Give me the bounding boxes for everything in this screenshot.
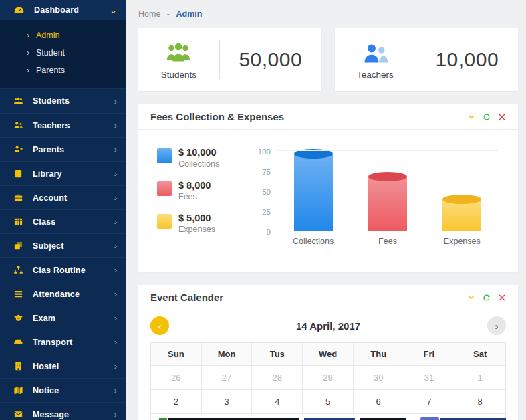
sidebar-item-dashboard[interactable]: Dashboard ⌄: [0, 0, 126, 20]
submenu-item-student[interactable]: › Student: [0, 44, 126, 62]
calendar-day-cell[interactable]: 1: [454, 366, 505, 390]
calendar-day-cell[interactable]: 28: [252, 366, 303, 390]
sidebar-item-message[interactable]: Message ›: [0, 402, 126, 420]
routine-icon: [13, 265, 23, 275]
chevron-right-icon: ›: [114, 96, 117, 106]
legend-amount: $ 5,000: [178, 213, 215, 223]
sidebar-item-label: Library: [33, 169, 114, 179]
bar-slot: [350, 151, 424, 231]
sidebar-item-transport[interactable]: Transport ›: [0, 330, 126, 354]
chevron-right-icon: ›: [114, 241, 117, 251]
panel-title: Event Calender: [150, 292, 467, 303]
calendar-day-cell[interactable]: 8: [454, 390, 505, 414]
x-axis-label: Fees: [350, 237, 424, 246]
attendance-icon: [13, 289, 23, 299]
chart-gridline: [276, 150, 499, 151]
chart-legend: $ 10,000 Collections $ 8,000 Fees $ 5,00…: [150, 140, 249, 272]
chevron-down-icon: ⌄: [110, 5, 117, 15]
calendar-current-date: 14 April, 2017: [169, 320, 487, 332]
calendar-day-cell[interactable]: 26: [151, 366, 202, 390]
sidebar-item-parents[interactable]: Parents ›: [0, 137, 126, 161]
calendar-day-cell[interactable]: 30: [354, 366, 404, 390]
chevron-right-icon: ›: [114, 385, 117, 395]
calendar-next-button[interactable]: ›: [487, 316, 506, 335]
calendar-day-cell[interactable]: 7: [404, 390, 455, 414]
exam-icon: [13, 313, 23, 323]
bar-fees: [368, 177, 407, 231]
chart-gridline: [276, 171, 499, 171]
admin-dashboard: Dashboard ⌄ › Admin › Student › Parents …: [0, 0, 526, 420]
sidebar-item-label: Subject: [33, 241, 114, 251]
y-axis-tick-label: 25: [251, 208, 271, 216]
message-icon: [13, 409, 23, 419]
sidebar-item-label: Attendance: [33, 290, 114, 299]
teachers-group-icon: [360, 40, 390, 67]
day-header-tus: Tus: [252, 343, 303, 366]
chevron-right-icon: ›: [114, 169, 117, 179]
sidebar-item-subject[interactable]: Subject ›: [0, 233, 126, 257]
close-icon[interactable]: [498, 294, 506, 302]
calendar-day-cell[interactable]: 5: [303, 390, 354, 414]
subject-icon: [13, 241, 23, 251]
submenu-item-label: Student: [36, 48, 65, 58]
day-header-thu: Thu: [354, 343, 404, 366]
sidebar-nav: Students › Teachers › Parents › Library …: [0, 89, 126, 420]
breadcrumb-home-link[interactable]: Home: [138, 9, 160, 19]
submenu-item-admin[interactable]: › Admin: [0, 27, 126, 44]
close-icon[interactable]: [498, 113, 506, 121]
calendar-prev-button[interactable]: ‹: [150, 316, 169, 335]
chevron-right-icon: ›: [114, 265, 117, 275]
collapse-chevron-icon[interactable]: [467, 294, 475, 302]
stat-label: Students: [161, 70, 196, 80]
calendar-day-cell[interactable]: 4: [252, 390, 303, 414]
sidebar-item-library[interactable]: Library ›: [0, 161, 126, 185]
refresh-icon[interactable]: [483, 113, 491, 121]
event-calendar-panel: Event Calender ‹ 14 April, 2017 › SunMon…: [138, 285, 518, 420]
panel-window-controls: [467, 113, 506, 121]
library-icon: [13, 169, 23, 179]
chevron-right-icon: ›: [114, 361, 117, 371]
sidebar-item-label: Clas Routine: [33, 266, 114, 275]
bar-slot: [276, 151, 350, 231]
main-content: Home - Admin Students 50,000 Teachers 10…: [126, 0, 526, 420]
legend-label: Expenses: [178, 225, 215, 234]
calendar-day-cell[interactable]: 29: [303, 366, 354, 390]
sidebar-item-students[interactable]: Students ›: [0, 89, 126, 113]
day-header-wed: Wed: [303, 343, 354, 366]
legend-item: $ 10,000 Collections: [157, 147, 249, 169]
calendar-day-cell[interactable]: 31: [404, 366, 455, 390]
calendar-day-cell[interactable]: 3: [202, 390, 253, 414]
sidebar-item-class[interactable]: Class ›: [0, 209, 126, 233]
sidebar-item-attendance[interactable]: Attendance ›: [0, 282, 126, 306]
sidebar-item-hostel[interactable]: Hostel ›: [0, 354, 126, 378]
sidebar-item-account[interactable]: Account ›: [0, 185, 126, 209]
legend-amount: $ 10,000: [178, 147, 219, 158]
refresh-icon[interactable]: [483, 294, 491, 302]
submenu-item-parents[interactable]: › Parents: [0, 62, 126, 79]
sidebar-item-label: Hostel: [33, 362, 114, 371]
sidebar-item-clas-routine[interactable]: Clas Routine ›: [0, 257, 126, 282]
chevron-right-icon: ›: [114, 337, 117, 347]
sidebar-item-label: Teachers: [33, 121, 114, 130]
calendar-day-cell[interactable]: 6: [354, 390, 404, 414]
panel-window-controls: [467, 294, 506, 302]
calendar-day-cell[interactable]: 2: [151, 390, 202, 414]
sidebar-item-label: Dashboard: [34, 5, 110, 15]
sidebar-item-exam[interactable]: Exam ›: [0, 306, 126, 330]
chart-x-axis-labels: CollectionsFeesExpenses: [276, 237, 499, 246]
calendar-day-cell[interactable]: 27: [202, 366, 253, 390]
y-axis-tick-label: 75: [251, 168, 271, 176]
calendar-panel-header: Event Calender: [138, 285, 518, 310]
breadcrumb-current[interactable]: Admin: [176, 9, 202, 19]
calendar-partial-week: [151, 414, 505, 420]
sidebar-item-teachers[interactable]: Teachers ›: [0, 113, 126, 137]
panel-title: Fees Collection & Expenses: [150, 111, 467, 122]
chart-plot-area: 0255075100: [276, 151, 499, 231]
sidebar-item-label: Notice: [33, 386, 114, 395]
sidebar-item-notice[interactable]: Notice ›: [0, 378, 126, 402]
calendar-navigation: ‹ 14 April, 2017 ›: [138, 310, 518, 341]
legend-color-swatch: [157, 148, 172, 163]
teachers-icon: [13, 120, 23, 130]
sidebar-item-label: Message: [33, 410, 114, 419]
collapse-chevron-icon[interactable]: [467, 113, 475, 121]
